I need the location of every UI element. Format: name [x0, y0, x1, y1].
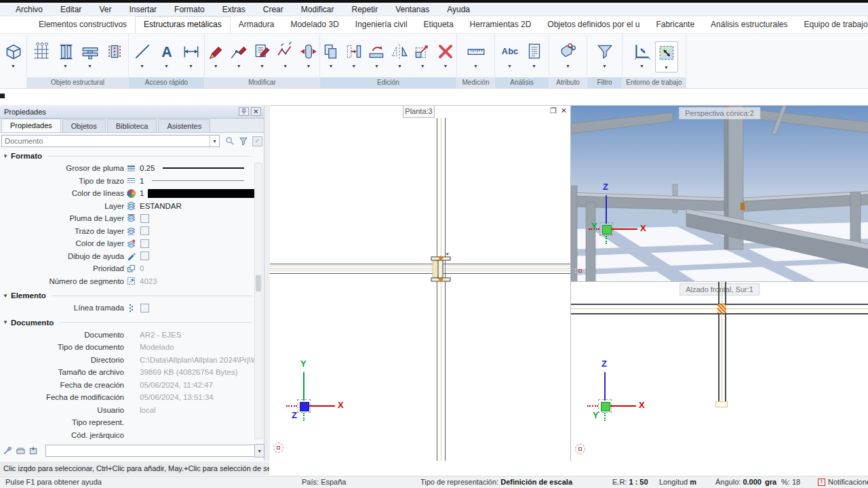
tool-steel-connection-icon[interactable] [103, 41, 126, 62]
tool-scale-icon[interactable]: ▼ [412, 41, 433, 69]
chevron-down-icon[interactable]: ▼ [11, 64, 16, 69]
eyedropper-icon[interactable] [3, 446, 12, 455]
status-scale[interactable]: E.R: 1 : 50 [612, 478, 648, 486]
chevron-down-icon[interactable]: ▼ [260, 64, 264, 69]
menu-repetir[interactable]: Repetir [342, 3, 387, 16]
viewport-perspective[interactable]: Perspectiva cónica:2 ZXY [570, 105, 868, 281]
menu-formato[interactable]: Formato [165, 3, 214, 16]
column-centerline[interactable] [722, 282, 722, 404]
viewport-perspective-title[interactable]: Perspectiva cónica:2 [679, 107, 760, 119]
tool-workspace-swap-icon[interactable]: ▼ [631, 41, 654, 69]
axis-line-vertical[interactable] [437, 118, 437, 461]
load-favorite-icon[interactable] [16, 446, 25, 455]
axis-centerline-horizontal[interactable] [270, 268, 570, 269]
tab-fabricante[interactable]: Fabricante [648, 16, 703, 33]
axis-line-horizontal-faint[interactable] [270, 266, 570, 266]
tool-model-box-icon[interactable]: ▼ [2, 41, 25, 69]
status-country[interactable]: País: España [302, 478, 346, 486]
chevron-down-icon[interactable]: ▼ [328, 64, 333, 69]
favorite-combo[interactable] [45, 445, 255, 457]
origin-handle[interactable] [300, 402, 309, 411]
tab-ingenieria-civil[interactable]: Ingeniería civil [347, 16, 416, 33]
tab-herramientas-2d[interactable]: Herramientas 2D [462, 16, 540, 33]
tool-mirror-icon[interactable]: ▼ [389, 41, 411, 69]
chevron-down-icon[interactable]: ▼ [214, 64, 218, 69]
origin-handle[interactable] [602, 225, 612, 235]
filter-checkbox[interactable]: ✓ [252, 136, 262, 146]
chevron-collapse-icon[interactable]: ▼ [3, 293, 11, 299]
viewport-plan[interactable]: Planta:3 ❐ ✕ [270, 105, 570, 461]
chevron-collapse-icon[interactable]: ▼ [3, 319, 11, 325]
property-value[interactable]: local [140, 406, 156, 414]
section-header-documento[interactable]: ▼Documento [0, 317, 255, 329]
connection-highlight[interactable] [717, 304, 726, 313]
axis-line-vertical[interactable] [445, 118, 446, 461]
status-representation[interactable]: Tipo de representación: Definición de es… [420, 478, 572, 486]
favorite-input[interactable] [46, 445, 254, 456]
chevron-down-icon[interactable]: ▼ [210, 136, 219, 146]
property-value[interactable]: 05/06/2024, 13:51:34 [140, 393, 214, 401]
beam-line[interactable] [571, 313, 868, 314]
tab-objetos-definidos-por-el-u[interactable]: Objetos definidos por el u [539, 16, 648, 33]
menu-archivo[interactable]: Archivo [7, 3, 52, 16]
tab-estructuras-metalicas[interactable]: Estructuras metálicas [135, 16, 231, 33]
property-value[interactable]: Modelado [140, 343, 174, 351]
tab-elementos-constructivos[interactable]: Elementos constructivos [31, 16, 135, 33]
view-origin-icon[interactable] [273, 443, 283, 453]
chevron-down-icon[interactable]: ▼ [420, 64, 425, 69]
chevron-down-icon[interactable]: ▼ [639, 64, 644, 69]
close-icon[interactable]: ✕ [251, 107, 261, 116]
property-value[interactable]: C:\Data\Allplan\Allplan 2024\Prj\Webinar [140, 356, 255, 364]
property-value[interactable]: 39869 KB (40826754 Bytes) [140, 368, 238, 376]
property-checkbox[interactable] [140, 304, 149, 312]
tool-attribute-tags-icon[interactable]: ▼ [557, 41, 580, 69]
chevron-down-icon[interactable]: ▼ [443, 64, 448, 69]
tool-selection-mode-icon[interactable]: ▼ [655, 41, 678, 73]
tool-steel-column-icon[interactable]: ▼ [54, 41, 77, 69]
axis-line-horizontal[interactable] [270, 273, 570, 274]
axis-line-horizontal-faint[interactable] [270, 270, 570, 271]
pin-icon[interactable] [239, 107, 249, 116]
color-swatch[interactable] [148, 189, 255, 198]
property-value[interactable]: 1 [140, 189, 144, 197]
column-line[interactable] [718, 282, 719, 404]
filter-combo[interactable]: ▼ [1, 135, 220, 147]
menu-crear[interactable]: Crear [254, 3, 292, 16]
chevron-down-icon[interactable]: ▼ [164, 64, 169, 69]
menu-ayuda[interactable]: Ayuda [438, 3, 479, 16]
maximize-icon[interactable]: ❐ [550, 106, 557, 115]
panel-splitter[interactable] [264, 105, 270, 461]
close-icon[interactable]: ✕ [561, 106, 567, 115]
tool-abc-icon[interactable]: Abc▼ [498, 41, 521, 69]
tool-text-icon[interactable]: A▼ [155, 41, 178, 69]
chevron-down-icon[interactable]: ▼ [664, 65, 669, 70]
chevron-down-icon[interactable]: ▼ [87, 64, 92, 69]
tool-move-icon[interactable]: ▼ [343, 41, 365, 69]
tool-edit-pencil-icon[interactable]: ▼ [205, 41, 226, 69]
menu-ver[interactable]: Ver [90, 3, 120, 16]
tab-armadura[interactable]: Armadura [231, 16, 283, 33]
status-angle[interactable]: Ángulo: 0.000 [715, 478, 762, 486]
notification-warning-icon[interactable]: ! [818, 479, 825, 486]
chevron-down-icon[interactable]: ▼ [532, 64, 536, 69]
properties-scrollbar[interactable] [254, 163, 262, 439]
chevron-down-icon[interactable]: ▼ [283, 64, 288, 69]
tool-steel-beam-icon[interactable]: ▼ [79, 41, 102, 69]
column-base-plate[interactable] [715, 401, 728, 407]
tool-edit-beam-icon[interactable]: ▼ [298, 41, 319, 69]
column-line[interactable] [725, 282, 726, 404]
chevron-down-icon[interactable]: ▼ [351, 64, 356, 69]
menu-extras[interactable]: Extras [214, 3, 254, 16]
chevron-down-icon[interactable]: ▼ [507, 64, 512, 69]
tool-edit-sheet-icon[interactable]: ▼ [251, 41, 273, 69]
chevron-down-icon[interactable]: ▼ [374, 64, 379, 69]
menu-modificar[interactable]: Modificar [292, 3, 343, 16]
view-origin-icon[interactable] [575, 266, 585, 276]
selected-column-section[interactable] [427, 253, 454, 285]
tab-modelado-3d[interactable]: Modelado 3D [282, 16, 347, 33]
chevron-down-icon[interactable]: ▼ [237, 64, 241, 69]
panel-tab-propiedades[interactable]: Propiedades [1, 119, 61, 132]
status-angle-unit[interactable]: gra [765, 478, 776, 486]
tool-filter-funnel-icon[interactable]: ▼ [593, 41, 616, 69]
section-header-elemento[interactable]: ▼Elemento [0, 289, 255, 302]
